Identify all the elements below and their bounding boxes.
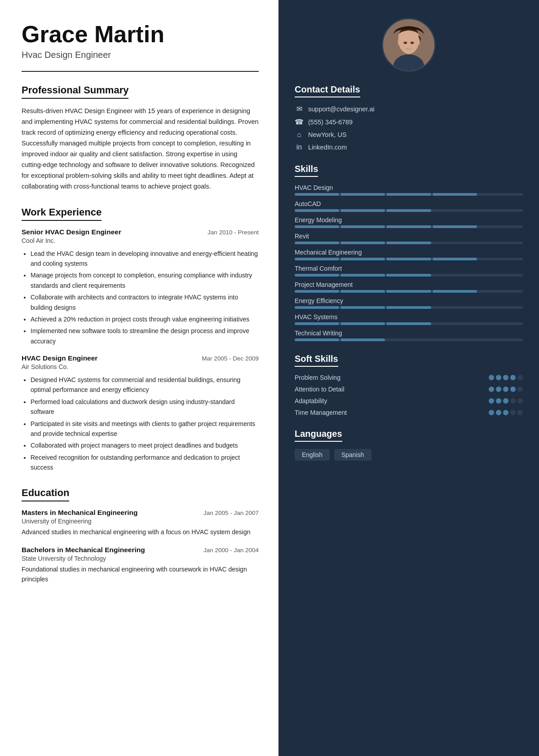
skill-segment: [478, 290, 523, 293]
soft-skill-dot: [489, 387, 494, 392]
header-divider: [22, 71, 259, 72]
skill-segment: [340, 274, 385, 277]
contact-icon: ✉: [295, 105, 304, 113]
education-title: Education: [22, 487, 69, 501]
contact-icon: in: [295, 143, 304, 151]
soft-skills-section: Soft Skills Problem Solving Attention to…: [295, 354, 523, 416]
bullet-item: Achieved a 20% reduction in project cost…: [31, 314, 259, 324]
skill-segment: [478, 338, 523, 341]
soft-skill-dot: [517, 375, 523, 380]
skill-segment: [433, 290, 477, 293]
soft-skill-row: Problem Solving: [295, 374, 523, 381]
skill-name: Revit: [295, 233, 523, 240]
job-date-2: Mar 2005 - Dec 2009: [202, 355, 259, 362]
soft-skill-row: Adaptability: [295, 397, 523, 404]
contact-item: ☎(555) 345-6789: [295, 118, 523, 126]
skill-bar: [295, 290, 523, 293]
soft-skill-dot: [510, 398, 516, 404]
skill-bar: [295, 258, 523, 260]
edu-degree-2: Bachelors in Mechanical Engineering: [22, 546, 145, 554]
skill-segment: [295, 274, 339, 277]
contact-text: support@cvdesigner.ai: [308, 105, 375, 113]
contact-icon: ⌂: [295, 131, 304, 139]
soft-skill-dots: [489, 410, 523, 415]
contact-section: Contact Details ✉support@cvdesigner.ai☎(…: [295, 84, 523, 151]
skill-segment: [295, 306, 339, 309]
left-panel: Grace Martin Hvac Design Engineer Profes…: [0, 0, 278, 756]
skill-segment: [478, 306, 523, 309]
job-entry-1: Senior HVAC Design Engineer Jan 2010 - P…: [22, 228, 259, 347]
contact-icon: ☎: [295, 118, 304, 126]
skill-row: Energy Modeling: [295, 216, 523, 228]
language-tag: Spanish: [334, 449, 371, 461]
avatar-container: [295, 18, 523, 72]
skill-segment: [340, 258, 385, 260]
bullet-item: Lead the HVAC design team in developing …: [31, 249, 259, 269]
skill-row: Thermal Comfort: [295, 265, 523, 277]
skill-name: Energy Modeling: [295, 216, 523, 224]
skill-segment: [340, 193, 385, 196]
skill-segment: [295, 338, 339, 341]
bullet-item: Designed HVAC systems for commercial and…: [31, 375, 259, 395]
skill-name: HVAC Design: [295, 184, 523, 191]
bullet-item: Implemented new software tools to stream…: [31, 326, 259, 346]
languages-title: Languages: [295, 429, 342, 442]
soft-skill-dot: [510, 387, 516, 392]
skill-segment: [433, 322, 477, 325]
skill-segment: [386, 322, 431, 325]
skill-bar: [295, 242, 523, 244]
skill-segment: [386, 242, 431, 244]
experience-title: Work Experience: [22, 207, 102, 221]
skill-segment: [386, 258, 431, 260]
soft-skill-dot: [503, 387, 508, 392]
svg-point-5: [411, 41, 414, 44]
svg-point-4: [404, 41, 407, 44]
experience-section: Work Experience Senior HVAC Design Engin…: [22, 207, 259, 473]
skill-segment: [340, 306, 385, 309]
soft-skill-dot: [503, 410, 508, 415]
skill-segment: [340, 290, 385, 293]
contact-text: LinkedIn.com: [308, 144, 347, 151]
skill-row: Revit: [295, 233, 523, 244]
soft-skill-dots: [489, 387, 523, 392]
skill-segment: [478, 322, 523, 325]
skill-row: HVAC Systems: [295, 313, 523, 325]
skill-name: Mechanical Engineering: [295, 249, 523, 256]
skill-segment: [295, 209, 339, 212]
skill-segment: [433, 193, 477, 196]
soft-skill-dot: [489, 398, 494, 404]
skill-segment: [386, 290, 431, 293]
contact-item: ✉support@cvdesigner.ai: [295, 105, 523, 113]
bullet-item: Participated in site visits and meetings…: [31, 419, 259, 439]
skills-list: HVAC Design AutoCAD Energy Modeling Revi…: [295, 184, 523, 341]
skill-name: HVAC Systems: [295, 313, 523, 321]
contact-text: NewYork, US: [308, 131, 347, 138]
skill-segment: [433, 242, 477, 244]
skill-segment: [340, 322, 385, 325]
bullet-item: Performed load calculations and ductwork…: [31, 397, 259, 417]
skill-segment: [295, 225, 339, 228]
contacts-list: ✉support@cvdesigner.ai☎(555) 345-6789⌂Ne…: [295, 105, 523, 151]
skill-row: Technical Writing: [295, 330, 523, 341]
skill-name: Technical Writing: [295, 330, 523, 337]
skill-segment: [433, 225, 477, 228]
skill-row: HVAC Design: [295, 184, 523, 196]
languages-list: EnglishSpanish: [295, 449, 523, 461]
skill-segment: [433, 258, 477, 260]
skill-segment: [433, 338, 477, 341]
skill-segment: [478, 258, 523, 260]
soft-skill-dot: [510, 375, 516, 380]
skill-segment: [386, 193, 431, 196]
soft-skill-dots: [489, 398, 523, 404]
soft-skill-dot: [489, 375, 494, 380]
skill-segment: [478, 274, 523, 277]
bullet-item: Collaborated with project managers to me…: [31, 440, 259, 450]
soft-skill-name: Problem Solving: [295, 374, 340, 381]
edu-description-1: Advanced studies in mechanical engineeri…: [22, 527, 259, 537]
skill-segment: [386, 338, 431, 341]
bullet-item: Received recognition for outstanding per…: [31, 453, 259, 473]
edu-degree-1: Masters in Mechanical Engineering: [22, 509, 137, 517]
skill-segment: [433, 306, 477, 309]
skill-segment: [340, 209, 385, 212]
soft-skill-dot: [517, 398, 523, 404]
